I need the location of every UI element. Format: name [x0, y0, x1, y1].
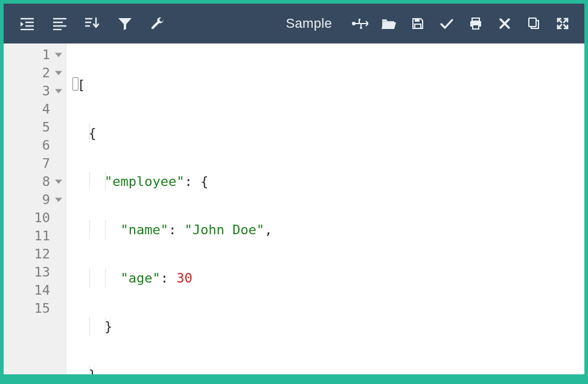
- line-number[interactable]: 5: [4, 118, 66, 136]
- line-number[interactable]: 4: [4, 100, 66, 118]
- svg-rect-16: [415, 24, 421, 28]
- usb-icon[interactable]: [345, 4, 374, 43]
- code-editor[interactable]: 1 2 3 4 5 6 7 8 9 10 11 12 13 14 15 [ { …: [4, 43, 584, 374]
- fold-marker-icon[interactable]: [55, 53, 62, 57]
- sort-icon[interactable]: [76, 4, 109, 43]
- line-number[interactable]: 6: [4, 136, 66, 155]
- save-icon[interactable]: [403, 4, 432, 43]
- line-number[interactable]: 2: [4, 64, 66, 82]
- sample-button[interactable]: Sample: [273, 4, 345, 43]
- line-number[interactable]: 11: [4, 227, 66, 245]
- line-number[interactable]: 8: [4, 173, 66, 191]
- code-line: {: [66, 124, 584, 142]
- format-indent-icon[interactable]: [11, 4, 43, 43]
- print-icon[interactable]: [461, 4, 490, 43]
- line-number[interactable]: 13: [4, 263, 66, 281]
- code-area[interactable]: [ { "employee": { "name": "John Doe", "a…: [66, 43, 584, 374]
- svg-rect-15: [415, 19, 420, 22]
- filter-icon[interactable]: [109, 4, 141, 43]
- gutter: 1 2 3 4 5 6 7 8 9 10 11 12 13 14 15: [4, 43, 66, 374]
- sample-label: Sample: [286, 16, 332, 31]
- line-number[interactable]: 15: [4, 299, 66, 318]
- svg-rect-19: [473, 25, 479, 29]
- line-number[interactable]: 12: [4, 245, 66, 263]
- fold-marker-icon[interactable]: [55, 89, 62, 94]
- copy-icon[interactable]: [519, 4, 548, 43]
- line-number[interactable]: 10: [4, 209, 66, 227]
- code-line: [: [66, 76, 584, 94]
- line-number[interactable]: 9: [4, 191, 66, 209]
- fullscreen-icon[interactable]: [548, 4, 577, 43]
- code-line: "name": "John Doe",: [66, 221, 584, 239]
- close-icon[interactable]: [490, 4, 519, 43]
- code-line: "employee": {: [66, 173, 584, 191]
- line-number[interactable]: 1: [4, 46, 66, 64]
- svg-rect-12: [355, 23, 363, 24]
- svg-rect-13: [359, 19, 360, 21]
- code-line: }: [66, 318, 584, 336]
- check-icon[interactable]: [432, 4, 461, 43]
- svg-point-14: [360, 27, 362, 29]
- code-line: "age": 30: [66, 269, 584, 287]
- line-number[interactable]: 7: [4, 155, 66, 173]
- fold-marker-icon[interactable]: [55, 71, 62, 75]
- svg-rect-17: [472, 18, 479, 21]
- svg-rect-22: [529, 18, 536, 27]
- wrench-icon[interactable]: [141, 4, 174, 43]
- fold-marker-icon[interactable]: [55, 180, 62, 184]
- line-number[interactable]: 3: [4, 82, 66, 100]
- toolbar: Sample: [4, 4, 584, 43]
- format-left-icon[interactable]: [43, 4, 76, 43]
- open-folder-icon[interactable]: [374, 4, 403, 43]
- fold-marker-icon[interactable]: [55, 198, 62, 202]
- line-number[interactable]: 14: [4, 281, 66, 299]
- code-line: },: [66, 366, 584, 374]
